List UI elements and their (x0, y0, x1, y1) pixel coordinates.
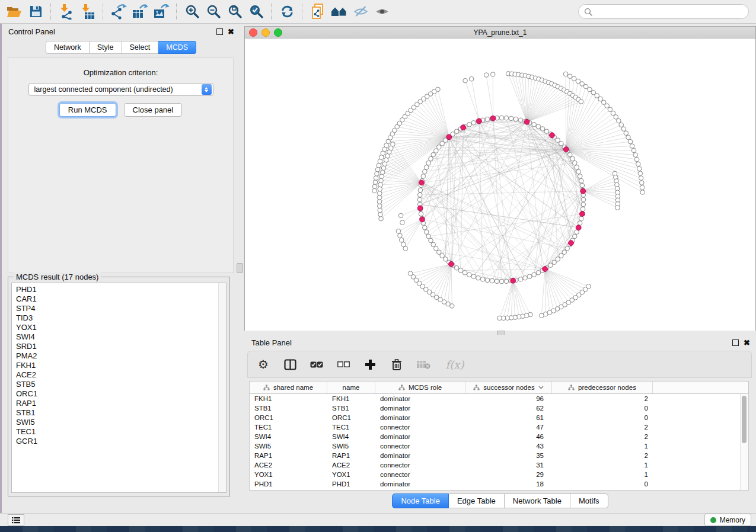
criterion-select[interactable]: largest connected component (undirected) (28, 83, 213, 96)
delete-table-button-disabled (415, 355, 432, 373)
table-row[interactable]: PHD1PHD1dominator180 (250, 479, 748, 489)
memory-button[interactable]: Memory (704, 514, 751, 526)
tab-network-table[interactable]: Network Table (505, 493, 570, 508)
refresh-layout-button[interactable] (276, 2, 298, 22)
mcds-result-item[interactable]: YOX1 (16, 323, 226, 332)
export-image-button[interactable] (151, 2, 172, 22)
refresh-icon (280, 4, 295, 19)
split-view-button[interactable] (282, 355, 298, 373)
tab-select[interactable]: Select (122, 41, 159, 54)
import-table-button[interactable] (77, 2, 98, 22)
close-panel-icon[interactable]: ✖ (744, 340, 750, 345)
close-panel-icon[interactable]: ✖ (228, 29, 234, 34)
hide-selected-button[interactable] (350, 2, 371, 22)
mcds-result-item[interactable]: SRD1 (16, 342, 226, 351)
table-scrollbar[interactable] (740, 394, 748, 491)
column-header-name[interactable]: name (327, 382, 375, 393)
select-all-button[interactable] (308, 355, 325, 373)
control-panel: Control Panel ✖ NetworkStyleSelectMCDS O… (2, 24, 240, 513)
mcds-result-item[interactable]: TEC1 (16, 427, 226, 437)
attribute-type-icon (568, 384, 575, 390)
table-panel-title: Table Panel (251, 338, 292, 347)
status-bar: Memory (0, 513, 756, 526)
table-row[interactable]: FKH1FKH1dominator962 (250, 394, 748, 403)
network-view-window: YPA_prune.txt_1 (244, 26, 756, 331)
table-row[interactable]: SWI5SWI5connector431 (250, 441, 748, 451)
tab-network[interactable]: Network (46, 41, 90, 54)
import-network-button[interactable] (56, 2, 77, 22)
table-row[interactable]: TEC1TEC1connector472 (250, 422, 748, 432)
save-session-button[interactable] (25, 2, 46, 22)
table-row[interactable]: STB1STB1dominator620 (250, 403, 748, 413)
control-panel-header: Control Panel ✖ (2, 24, 240, 39)
run-mcds-button[interactable]: Run MCDS (59, 103, 116, 117)
network-canvas[interactable] (245, 39, 755, 331)
delete-column-button[interactable] (388, 355, 405, 373)
two-houses-icon (331, 5, 347, 18)
float-panel-icon[interactable] (216, 28, 223, 35)
mcds-result-item[interactable]: CAR1 (16, 294, 226, 304)
zoom-in-button[interactable] (181, 2, 203, 22)
mcds-result-item[interactable]: STB5 (16, 380, 226, 389)
column-header-mcds-role[interactable]: MCDS role (375, 382, 465, 393)
mcds-result-item[interactable]: PMA2 (16, 351, 226, 361)
table-scrollbar-thumb[interactable] (742, 396, 747, 443)
toolbar-separator (176, 4, 177, 20)
close-panel-button[interactable]: Close panel (124, 103, 183, 117)
table-cell: TEC1 (327, 422, 375, 432)
task-history-button[interactable] (8, 514, 24, 526)
table-cell: STB1 (250, 403, 327, 413)
mcds-result-item[interactable]: STP4 (16, 304, 226, 313)
deselect-all-button[interactable] (335, 355, 352, 373)
table-row[interactable]: SWI4SWI4dominator462 (250, 432, 748, 441)
mcds-result-list[interactable]: PHD1CAR1STP4TID3YOX1SWI4SRD1PMA2FKH1ACE2… (11, 283, 227, 493)
network-window-titlebar[interactable]: YPA_prune.txt_1 (245, 27, 755, 39)
sort-chevron-icon (538, 386, 544, 389)
mcds-result-item[interactable]: FKH1 (16, 361, 226, 370)
table-cell: YOX1 (250, 470, 327, 479)
tab-edge-table[interactable]: Edge Table (449, 493, 505, 508)
tab-node-table[interactable]: Node Table (392, 493, 449, 508)
table-cell: 29 (465, 470, 552, 479)
table-settings-button[interactable]: ⚙ (255, 355, 272, 373)
zoom-out-button[interactable] (203, 2, 224, 22)
mcds-result-item[interactable]: STB1 (16, 408, 226, 418)
tab-motifs[interactable]: Motifs (570, 493, 608, 508)
search-field[interactable] (578, 4, 749, 19)
column-header-successor-nodes[interactable]: successor nodes (465, 382, 552, 393)
gear-icon: ⚙ (258, 358, 269, 370)
table-row[interactable]: ACE2ACE2connector311 (250, 460, 748, 470)
mcds-result-item[interactable]: GCR1 (16, 437, 226, 446)
export-table-button[interactable] (129, 2, 151, 22)
select-stepper-icon (202, 84, 212, 95)
zoom-fit-button[interactable] (224, 2, 245, 22)
mcds-result-item[interactable]: ORC1 (16, 389, 226, 399)
trash-icon (391, 358, 403, 371)
clone-network-button[interactable] (307, 2, 328, 22)
vertical-splitter-handle[interactable] (237, 263, 243, 273)
table-row[interactable]: YOX1YOX1connector291 (250, 470, 748, 479)
tab-style[interactable]: Style (90, 41, 122, 54)
tab-mcds[interactable]: MCDS (158, 41, 196, 54)
mcds-list-scrollbar[interactable] (218, 283, 226, 492)
search-input[interactable] (595, 7, 743, 17)
show-hidden-button[interactable] (371, 2, 393, 22)
table-panel: Table Panel ✖ ⚙ f(x) shared namenameMCDS… (244, 335, 756, 513)
mcds-result-item[interactable]: TID3 (16, 313, 226, 323)
table-row[interactable]: RAP1RAP1dominator352 (250, 451, 748, 460)
mcds-result-item[interactable]: ACE2 (16, 370, 226, 380)
column-header-shared-name[interactable]: shared name (250, 382, 327, 393)
mcds-result-item[interactable]: PHD1 (16, 285, 226, 294)
mcds-result-item[interactable]: RAP1 (16, 399, 226, 408)
mcds-result-item[interactable]: SWI5 (16, 418, 226, 427)
open-session-button[interactable] (4, 2, 25, 22)
table-cell: 31 (465, 460, 552, 470)
float-panel-icon[interactable] (732, 339, 739, 346)
zoom-selected-button[interactable] (245, 2, 267, 22)
mcds-result-item[interactable]: SWI4 (16, 332, 226, 342)
export-network-button[interactable] (108, 2, 129, 22)
add-column-button[interactable] (362, 355, 378, 373)
first-neighbors-button[interactable] (328, 2, 350, 22)
table-row[interactable]: ORC1ORC1dominator610 (250, 413, 748, 422)
column-header-predecessor-nodes[interactable]: predecessor nodes (552, 382, 653, 393)
